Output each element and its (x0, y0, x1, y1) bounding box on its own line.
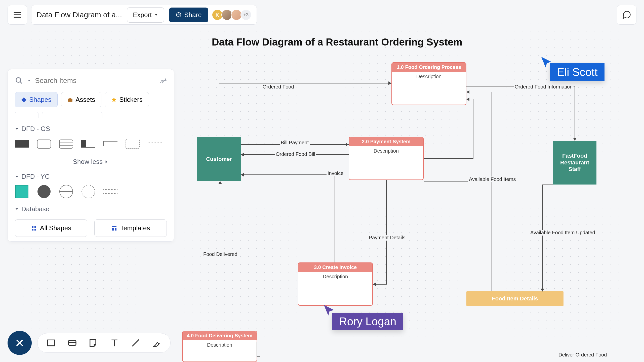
svg-rect-10 (59, 140, 73, 148)
edge-label: Deliver Ordered Food (557, 352, 608, 358)
edge-label: Bill Payment (280, 140, 310, 146)
tab-assets[interactable]: Assets (61, 92, 101, 107)
svg-line-34 (132, 340, 139, 346)
process-3[interactable]: 3.0 Create Invoice Description (298, 262, 373, 306)
svg-rect-14 (126, 139, 139, 149)
svg-rect-13 (81, 140, 86, 148)
avatar-more[interactable]: +3 (240, 9, 252, 20)
entity-customer[interactable]: Customer (197, 137, 241, 181)
process-2[interactable]: 2.0 Payment System Description (349, 137, 424, 180)
svg-rect-25 (112, 228, 114, 231)
chat-bubble-icon (622, 10, 631, 20)
shape-parallel-lines[interactable] (103, 185, 117, 198)
svg-line-5 (20, 82, 22, 83)
sticky-tool-icon[interactable] (88, 338, 98, 348)
pin-icon[interactable] (159, 77, 167, 84)
svg-rect-7 (69, 98, 71, 99)
shape-open-rect[interactable] (103, 137, 117, 150)
diamond-icon (21, 97, 27, 103)
shape-teal-square[interactable] (15, 185, 29, 198)
section-database[interactable]: Database (15, 205, 167, 213)
hamburger-icon (13, 10, 22, 20)
chevron-down-icon[interactable] (27, 79, 31, 82)
caret-down-icon (15, 175, 19, 179)
close-toolbar-button[interactable] (8, 331, 32, 355)
caret-down-icon (15, 127, 19, 131)
section-dfd-yc[interactable]: DFD - YC (15, 173, 167, 180)
globe-icon (176, 12, 182, 18)
datastore-food-item[interactable]: Food Item Details (466, 291, 564, 306)
svg-rect-24 (112, 226, 116, 227)
pen-tool-icon[interactable] (152, 338, 162, 348)
templates-button[interactable]: Templates (94, 219, 167, 237)
shape-dashed-rect[interactable] (126, 137, 140, 150)
process-4[interactable]: 4.0 Food Delivering System Description (182, 331, 257, 362)
svg-rect-20 (32, 226, 33, 228)
text-tool-icon[interactable] (109, 338, 119, 348)
search-input[interactable] (35, 77, 155, 85)
tab-stickers[interactable]: Stickers (105, 92, 149, 107)
chevron-right-icon (104, 160, 109, 164)
edge-label: Food Delivered (202, 251, 238, 257)
svg-rect-22 (32, 229, 33, 231)
search-icon (15, 76, 23, 85)
show-less-button[interactable]: Show less (15, 158, 167, 166)
edge-label: Ordered Food Information (514, 84, 574, 90)
entity-staff[interactable]: FastFood Restaurant Staff (553, 141, 596, 185)
shape-dashed-store[interactable] (148, 137, 162, 143)
svg-point-4 (16, 78, 21, 82)
menu-button[interactable] (8, 5, 27, 25)
svg-point-17 (82, 185, 95, 198)
briefcase-icon (67, 97, 73, 103)
shape-3split-rect[interactable] (59, 137, 73, 150)
shape-dark-circle[interactable] (37, 185, 51, 198)
card-tool-icon[interactable] (67, 338, 77, 348)
process-1[interactable]: 1.0 Food Ordering Process Description (391, 62, 466, 105)
tab-shapes[interactable]: Shapes (15, 92, 58, 107)
edge-label: Ordered Food Bill (275, 151, 316, 157)
diagram-title: Data Flow Diagram of a Restaurant Orderi… (212, 36, 462, 48)
section-dfd-gs[interactable]: DFD - GS (15, 125, 167, 133)
svg-rect-29 (48, 340, 55, 346)
caret-down-icon (154, 13, 158, 17)
edge-label: Available Food Items (468, 176, 517, 182)
line-tool-icon[interactable] (131, 338, 141, 348)
svg-rect-21 (34, 226, 36, 228)
svg-rect-6 (68, 99, 72, 102)
collaborator-tag-eli: Eli Scott (550, 63, 605, 81)
shape-dashed-circle[interactable] (81, 185, 95, 198)
edge-label: Ordered Food (262, 84, 295, 90)
shape-solid-rect[interactable] (15, 137, 29, 150)
document-title[interactable]: Data Flow Diagram of a... (36, 11, 122, 19)
svg-rect-26 (115, 228, 116, 231)
svg-rect-23 (34, 229, 36, 231)
edge-label: Payment Details (368, 235, 407, 241)
collaborator-avatars[interactable]: K +3 (213, 9, 252, 20)
rectangle-tool-icon[interactable] (46, 338, 56, 348)
edge-label: Invoice (327, 170, 344, 176)
shape-split-circle[interactable] (59, 185, 73, 198)
all-shapes-button[interactable]: All Shapes (15, 219, 87, 237)
layout-icon (111, 225, 117, 231)
export-button[interactable]: Export (127, 7, 164, 23)
caret-down-icon (15, 207, 19, 211)
edge-label: Available Food Item Updated (529, 230, 596, 236)
shape-open-right[interactable] (81, 137, 95, 150)
share-button[interactable]: Share (169, 8, 208, 22)
shapes-panel: Shapes Assets Stickers DFD - GS Show les… (8, 69, 174, 242)
shape-hsplit-rect[interactable] (37, 137, 51, 150)
close-icon (15, 338, 25, 348)
grid-icon (31, 225, 37, 231)
collaborator-tag-rory: Rory Logan (332, 313, 403, 330)
comments-button[interactable] (617, 5, 636, 25)
quick-toolbar (37, 333, 171, 353)
star-icon (111, 97, 117, 103)
